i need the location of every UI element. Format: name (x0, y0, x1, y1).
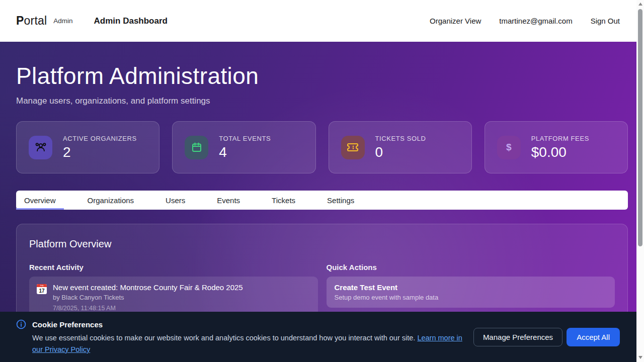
quick-actions-column: Quick Actions Create Test Event Setup de… (327, 263, 615, 318)
calendar-emoji-icon: July 17 (37, 284, 47, 294)
calendar-icon (191, 141, 203, 153)
stat-value: 0 (375, 144, 426, 160)
stat-icon-tile: $ (497, 136, 521, 159)
calendar-emoji-day: 17 (37, 287, 47, 294)
dollar-icon: $ (506, 142, 512, 153)
quick-actions-heading: Quick Actions (327, 263, 615, 272)
recent-activity-heading: Recent Activity (29, 263, 318, 272)
tab-tickets[interactable]: Tickets (264, 191, 303, 210)
logo-bold: P (16, 14, 24, 27)
tab-overview[interactable]: Overview (16, 191, 64, 210)
hero-subtitle: Manage users, organizations, and platfor… (16, 96, 628, 106)
cookie-message-text: We use essential cookies to make our web… (32, 334, 415, 342)
page-title: Admin Dashboard (94, 16, 168, 26)
stat-card-tickets-sold: TICKETS SOLD 0 (329, 121, 472, 173)
activity-text: New event created: Montrose County Fair … (53, 283, 243, 312)
stat-value: 4 (219, 144, 271, 160)
admin-dashboard-screen: Portal Admin Admin Dashboard Organizer V… (0, 0, 644, 362)
header-nav: Organizer View tmartinez@gmail.com Sign … (430, 17, 620, 25)
stat-text: ACTIVE ORGANIZERS 2 (63, 135, 137, 160)
cookie-banner-buttons: Manage Preferences Accept All (473, 328, 620, 346)
stat-card-total-events: TOTAL EVENTS 4 (172, 121, 315, 173)
stat-icon-tile (29, 136, 52, 159)
stat-icon-tile (341, 136, 365, 159)
vertical-scrollbar[interactable] (636, 0, 644, 362)
top-nav: Portal Admin Admin Dashboard Organizer V… (0, 0, 644, 42)
cookie-banner-title: Cookie Preferences (32, 320, 103, 329)
tab-organizations[interactable]: Organizations (79, 191, 142, 210)
stat-card-platform-fees: $ PLATFORM FEES $0.00 (485, 121, 628, 173)
manage-preferences-button[interactable]: Manage Preferences (473, 328, 562, 346)
overview-columns: Recent Activity July 17 New event create… (29, 263, 615, 318)
tab-settings[interactable]: Settings (319, 191, 362, 210)
ticket-icon (347, 141, 359, 153)
activity-timestamp: 7/8/2025, 11:48:15 AM (53, 305, 243, 312)
logo-rest: ortal (24, 14, 47, 27)
tab-users[interactable]: Users (157, 191, 193, 210)
stat-text: PLATFORM FEES $0.00 (531, 135, 589, 160)
activity-organizer: by Black Canyon Tickets (53, 294, 243, 301)
scrollbar-thumb[interactable] (638, 9, 642, 246)
organizer-view-link[interactable]: Organizer View (430, 17, 481, 25)
stat-icon-tile (185, 136, 208, 159)
stat-label: PLATFORM FEES (531, 135, 589, 142)
sign-out-link[interactable]: Sign Out (591, 17, 620, 25)
stats-row: ACTIVE ORGANIZERS 2 TOTAL EVENTS 4 (16, 121, 628, 173)
cookie-banner-message: We use essential cookies to make our web… (32, 332, 465, 355)
people-group-icon (34, 141, 47, 154)
user-email-link[interactable]: tmartinez@gmail.com (499, 17, 572, 25)
tab-bar: Overview Organizations Users Events Tick… (16, 191, 628, 210)
quick-action-title: Create Test Event (335, 283, 607, 292)
create-test-event-button[interactable]: Create Test Event Setup demo event with … (327, 277, 615, 308)
stat-card-active-organizers: ACTIVE ORGANIZERS 2 (16, 121, 159, 173)
accept-all-button[interactable]: Accept All (567, 328, 620, 346)
quick-action-subtitle: Setup demo event with sample data (335, 294, 607, 301)
admin-badge: Admin (53, 17, 72, 25)
scrollbar-down-arrow-icon[interactable] (638, 356, 642, 359)
stat-label: TICKETS SOLD (375, 135, 426, 142)
info-icon (16, 319, 26, 329)
stat-text: TOTAL EVENTS 4 (219, 135, 271, 160)
scrollbar-up-arrow-icon[interactable] (638, 3, 642, 6)
recent-activity-column: Recent Activity July 17 New event create… (29, 263, 318, 318)
tab-events[interactable]: Events (209, 191, 248, 210)
stat-label: TOTAL EVENTS (219, 135, 271, 142)
portal-logo[interactable]: Portal (16, 14, 47, 28)
stat-value: $0.00 (531, 144, 589, 160)
stat-value: 2 (63, 144, 137, 160)
stat-label: ACTIVE ORGANIZERS (63, 135, 137, 142)
hero-title: Platform Administration (16, 62, 628, 89)
activity-title: New event created: Montrose County Fair … (53, 283, 243, 292)
stat-text: TICKETS SOLD 0 (375, 135, 426, 160)
cookie-banner: Cookie Preferences We use essential cook… (0, 312, 644, 362)
overview-title: Platform Overview (29, 238, 615, 250)
